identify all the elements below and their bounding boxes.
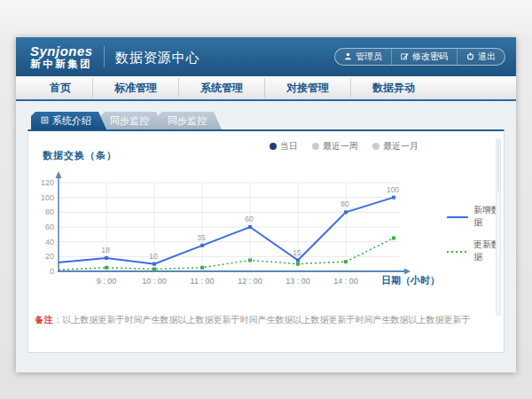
user-menu-修改密码[interactable]: 修改密码 (391, 49, 457, 65)
tab-1[interactable]: 系统介绍 (31, 112, 106, 129)
svg-text:18: 18 (101, 246, 110, 254)
power-icon (466, 52, 474, 62)
header-divider (104, 46, 105, 67)
app-header: Synjones 新中新集团 数据资源中心 管理员修改密码退出 (16, 37, 516, 76)
panel-scrollbar[interactable] (496, 138, 501, 316)
svg-text:80: 80 (340, 200, 349, 208)
svg-text:40: 40 (45, 238, 54, 246)
desktop-background: Synjones 新中新集团 数据资源中心 管理员修改密码退出 首页标准管理系统… (0, 0, 532, 399)
user-icon (344, 52, 352, 62)
radio-option-3[interactable]: 最近一月 (372, 140, 419, 153)
footnote-text: ：以上数据更新于时间产生数据以上数据更新于时间产生数据以上数据更新于时间产生数据… (54, 315, 471, 325)
panel: 当日最近一周最近一月 数据交换（条） 0204060801001209 : 00… (27, 129, 505, 353)
doc-icon (41, 115, 49, 126)
nav-item-3[interactable]: 系统管理 (178, 78, 264, 98)
svg-text:20: 20 (45, 252, 54, 261)
svg-text:35: 35 (197, 233, 206, 242)
user-menu: 管理员修改密码退出 (334, 48, 505, 66)
footnote: 备注：以上数据更新于时间产生数据以上数据更新于时间产生数据以上数据更新于时间产生… (28, 314, 477, 326)
tab-bar: 系统介绍同步监控同步监控 (31, 112, 505, 129)
footnote-label: 备注 (35, 315, 53, 325)
radio-option-2[interactable]: 最近一周 (312, 140, 358, 153)
tab-label: 同步监控 (110, 114, 149, 128)
tab-2[interactable]: 同步监控 (100, 112, 164, 129)
svg-text:10 : 00: 10 : 00 (142, 277, 167, 286)
svg-text:15: 15 (293, 248, 301, 257)
user-menu-管理员[interactable]: 管理员 (335, 49, 391, 65)
svg-text:13 : 00: 13 : 00 (286, 277, 310, 286)
svg-text:0: 0 (50, 267, 54, 276)
radio-icon[interactable] (270, 143, 277, 150)
chart-svg: 0204060801001209 : 0010 : 0011 : 0012 : … (35, 167, 419, 300)
svg-text:80: 80 (45, 207, 54, 216)
content-area: 系统介绍同步监控同步监控 当日最近一周最近一月 数据交换（条） 02040608… (16, 101, 516, 372)
logo-text-cn: 新中新集团 (30, 59, 93, 69)
radio-option-1[interactable]: 当日 (270, 140, 298, 153)
nav-item-1[interactable]: 首页 (28, 78, 92, 98)
page-title: 数据资源中心 (115, 50, 200, 66)
nav-item-4[interactable]: 对接管理 (264, 78, 350, 98)
tab-label: 同步监控 (168, 114, 207, 128)
svg-text:120: 120 (41, 178, 54, 187)
tab-label: 系统介绍 (52, 114, 91, 128)
radio-label: 当日 (280, 140, 298, 153)
time-range-filter: 当日最近一周最近一月 (270, 140, 419, 153)
nav-item-2[interactable]: 标准管理 (92, 78, 178, 98)
svg-text:100: 100 (387, 185, 399, 194)
x-axis-title: 日期（小时） (381, 274, 440, 287)
scrollbar-thumb[interactable] (497, 140, 499, 192)
main-nav: 首页标准管理系统管理对接管理数据异动 (16, 76, 516, 101)
radio-label: 最近一周 (323, 140, 358, 153)
svg-text:60: 60 (245, 215, 254, 223)
y-axis-title: 数据交换（条） (43, 149, 117, 162)
user-menu-label: 管理员 (356, 51, 382, 63)
svg-text:60: 60 (45, 223, 54, 231)
radio-label: 最近一月 (383, 140, 419, 153)
svg-text:11 : 00: 11 : 00 (191, 277, 215, 286)
browser-window: Synjones 新中新集团 数据资源中心 管理员修改密码退出 首页标准管理系统… (16, 37, 516, 372)
svg-text:100: 100 (41, 193, 54, 202)
nav-item-5[interactable]: 数据异动 (350, 78, 436, 98)
svg-text:12 : 00: 12 : 00 (238, 277, 262, 286)
svg-text:10: 10 (149, 252, 158, 261)
legend-line-icon (447, 246, 468, 256)
radio-icon[interactable] (312, 143, 319, 150)
user-menu-退出[interactable]: 退出 (457, 49, 505, 65)
tab-3[interactable]: 同步监控 (158, 112, 222, 129)
logo: Synjones 新中新集团 (30, 44, 93, 69)
user-menu-label: 修改密码 (412, 51, 448, 63)
svg-text:9 : 00: 9 : 00 (97, 277, 117, 286)
legend-line-icon (447, 212, 468, 222)
edit-icon (401, 52, 409, 62)
user-menu-label: 退出 (478, 51, 496, 63)
radio-icon[interactable] (372, 143, 379, 150)
svg-text:14 : 00: 14 : 00 (333, 277, 358, 286)
logo-text-en: Synjones (30, 44, 93, 59)
